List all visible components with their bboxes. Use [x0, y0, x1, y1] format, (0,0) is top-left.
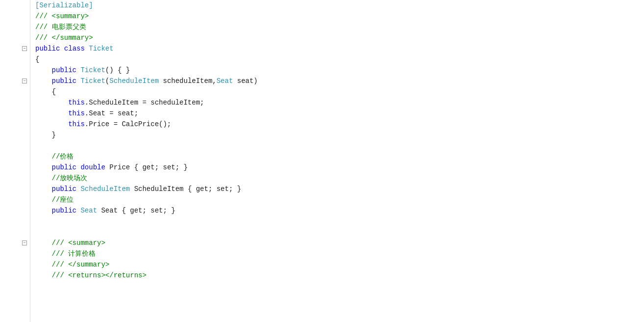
- token-7-4: ScheduleItem: [109, 76, 159, 86]
- token-7-2: Ticket: [80, 76, 105, 86]
- indent-25: [35, 270, 52, 281]
- code-line-5: {: [35, 54, 644, 65]
- token-17-3: ScheduleItem { get; set; }: [130, 184, 241, 194]
- code-line-2: /// 电影票父类: [35, 22, 644, 32]
- gutter-row-20: [0, 216, 30, 227]
- indent-18: [35, 194, 52, 205]
- code-line-22: /// <summary>: [35, 238, 644, 248]
- code-line-24: /// </summary>: [35, 259, 644, 270]
- gutter-row-4: −: [0, 43, 30, 54]
- code-line-21: [35, 227, 644, 238]
- indent-17: [35, 184, 52, 194]
- code-line-15: public double Price { get; set; }: [35, 162, 644, 173]
- collapse-button-4[interactable]: −: [22, 46, 27, 51]
- token-2-0: /// 电影票父类: [35, 22, 86, 32]
- code-line-10: this.Seat = seat;: [35, 108, 644, 119]
- token-1-0: /// <summary>: [35, 11, 89, 22]
- gutter-row-25: [0, 270, 30, 281]
- code-line-9: this.ScheduleItem = scheduleItem;: [35, 97, 644, 108]
- indent-6: [35, 65, 52, 76]
- token-10-1: .Seat = seat;: [85, 108, 138, 119]
- gutter-row-18: [0, 194, 30, 205]
- indent-22: [35, 238, 52, 248]
- token-15-2: double: [80, 162, 105, 173]
- gutter-row-7: −: [0, 76, 30, 86]
- token-11-1: .Price = CalcPrice();: [85, 119, 171, 130]
- token-7-0: public: [52, 76, 76, 86]
- token-6-2: Ticket: [80, 65, 105, 76]
- gutter-row-23: [0, 248, 30, 259]
- indent-14: [35, 151, 52, 162]
- token-23-0: /// 计算价格: [52, 248, 96, 259]
- code-lines: [Serializable]/// <summary>/// 电影票父类/// …: [35, 0, 644, 281]
- token-7-5: scheduleItem,: [159, 76, 217, 86]
- gutter-row-1: [0, 11, 30, 22]
- gutter-row-24: [0, 259, 30, 270]
- token-19-1: [76, 205, 80, 216]
- token-4-1: [60, 43, 64, 54]
- gutter: −−−: [0, 0, 30, 322]
- token-19-2: Seat: [80, 205, 97, 216]
- token-14-0: //价格: [52, 151, 74, 162]
- indent-11: [35, 119, 68, 130]
- token-7-6: Seat: [217, 76, 233, 86]
- gutter-row-13: [0, 140, 30, 151]
- gutter-row-22: −: [0, 238, 30, 248]
- code-line-18: //座位: [35, 194, 644, 205]
- gutter-row-11: [0, 119, 30, 130]
- gutter-row-0: [0, 0, 30, 11]
- gutter-row-14: [0, 151, 30, 162]
- code-line-19: public Seat Seat { get; set; }: [35, 205, 644, 216]
- token-9-0: this: [68, 97, 85, 108]
- code-content[interactable]: [Serializable]/// <summary>/// 电影票父类/// …: [30, 0, 644, 322]
- code-line-20: [35, 216, 644, 227]
- token-17-1: [76, 184, 80, 194]
- code-line-17: public ScheduleItem ScheduleItem { get; …: [35, 184, 644, 194]
- collapse-button-7[interactable]: −: [22, 79, 27, 83]
- token-25-0: /// <returns></returns>: [52, 270, 147, 281]
- token-24-0: /// </summary>: [52, 259, 110, 270]
- token-10-0: this: [68, 108, 85, 119]
- token-4-0: public: [35, 43, 60, 54]
- token-15-3: Price { get; set; }: [105, 162, 188, 173]
- token-3-0: /// </summary>: [35, 32, 93, 43]
- token-4-3: [85, 43, 89, 54]
- code-line-12: }: [35, 130, 644, 140]
- token-16-0: //放映场次: [52, 173, 88, 184]
- token-6-0: public: [52, 65, 76, 76]
- indent-10: [35, 108, 68, 119]
- token-4-2: class: [64, 43, 85, 54]
- collapse-button-22[interactable]: −: [22, 241, 27, 245]
- token-11-0: this: [68, 119, 85, 130]
- token-7-7: seat): [233, 76, 257, 86]
- gutter-row-16: [0, 173, 30, 184]
- indent-7: [35, 76, 52, 86]
- gutter-row-17: [0, 184, 30, 194]
- gutter-row-21: [0, 227, 30, 238]
- code-line-0: [Serializable]: [35, 0, 644, 11]
- code-editor: −−− [Serializable]/// <summary>/// 电影票父类…: [0, 0, 644, 322]
- gutter-row-12: [0, 130, 30, 140]
- code-line-6: public Ticket() { }: [35, 65, 644, 76]
- indent-9: [35, 97, 68, 108]
- token-15-1: [76, 162, 80, 173]
- token-12-0: }: [52, 130, 56, 140]
- code-line-8: {: [35, 86, 644, 97]
- gutter-row-19: [0, 205, 30, 216]
- token-6-3: () { }: [105, 65, 130, 76]
- gutter-row-3: [0, 32, 30, 43]
- code-line-7: public Ticket(ScheduleItem scheduleItem,…: [35, 76, 644, 86]
- token-19-3: Seat { get; set; }: [97, 205, 175, 216]
- token-4-4: Ticket: [89, 43, 113, 54]
- indent-12: [35, 130, 52, 140]
- token-19-0: public: [52, 205, 76, 216]
- code-line-3: /// </summary>: [35, 32, 644, 43]
- token-17-0: public: [52, 184, 76, 194]
- token-9-1: .ScheduleItem = scheduleItem;: [85, 97, 204, 108]
- gutter-row-6: [0, 65, 30, 76]
- gutter-row-15: [0, 162, 30, 173]
- token-7-3: (: [105, 76, 109, 86]
- code-line-25: /// <returns></returns>: [35, 270, 644, 281]
- indent-24: [35, 259, 52, 270]
- indent-8: [35, 86, 52, 97]
